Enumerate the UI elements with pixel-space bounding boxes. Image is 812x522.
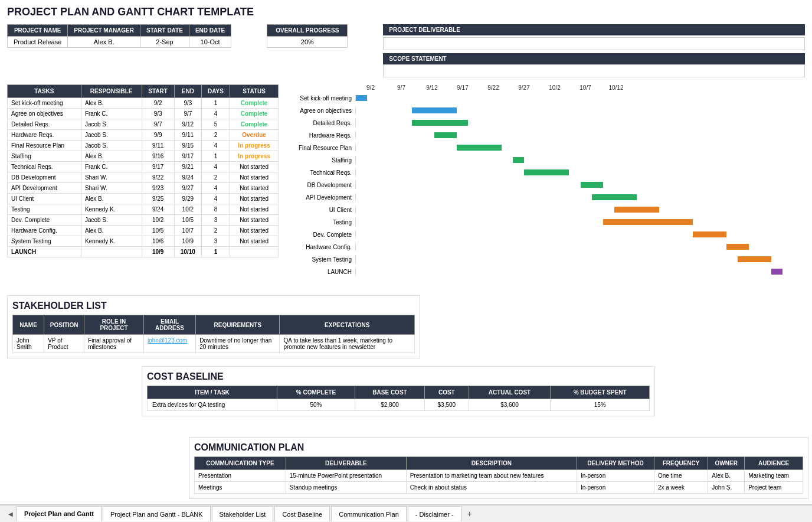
tab-item[interactable]: Project Plan and Gantt - BLANK (103, 506, 211, 521)
gantt-row: UI Client (284, 204, 805, 216)
task-cell: 5 (201, 119, 230, 130)
comm-cell: In-person (577, 470, 654, 482)
task-cell: 9/3 (142, 109, 174, 119)
stake-cell: Final approval of milestones (84, 335, 144, 353)
task-cell: Not started (230, 162, 279, 172)
gantt-row-label: UI Client (284, 207, 355, 213)
stakeholder-title: STAKEHOLDER LIST (12, 301, 415, 311)
gantt-row-label: Final Resource Plan (284, 145, 355, 151)
task-cell: 9/12 (174, 119, 201, 130)
gantt-bar (412, 107, 457, 113)
task-cell: Kennedy K. (81, 236, 142, 247)
task-cell: 4 (201, 109, 230, 119)
col-end-date: END DATE (189, 25, 231, 37)
deliverable-section: PROJECT DELIVERABLE SCOPE STATEMENT (383, 24, 805, 77)
task-cell: 10/6 (142, 236, 174, 247)
gantt-header: 9/29/79/129/179/229/2710/210/710/12 (284, 84, 805, 91)
task-cell: Overdue (230, 130, 279, 141)
tab-item[interactable]: Cost Baseline (274, 506, 330, 521)
project-name-val: Product Release (8, 37, 68, 48)
task-cell: 10/2 (142, 215, 174, 226)
task-cell: 2 (201, 172, 230, 183)
task-col-responsible: RESPONSIBLE (81, 85, 142, 98)
task-col-start: START (142, 85, 174, 98)
tab-item[interactable]: - Disclaimer - (408, 506, 461, 521)
task-cell: Alex B. (81, 98, 142, 109)
gantt-row-bars (355, 267, 805, 276)
task-cell: Not started (230, 183, 279, 194)
gantt-date-label: 9/17 (447, 84, 478, 91)
comm-table: COMMUNICATION TYPE DELIVERABLE DESCRIPTI… (194, 456, 803, 494)
task-cell: 8 (201, 204, 230, 215)
task-cell: Detailed Reqs. (8, 119, 81, 130)
table-row: John SmithVP of ProductFinal approval of… (13, 335, 415, 353)
gantt-date-label: 9/22 (478, 84, 509, 91)
gantt-bar (412, 120, 468, 126)
gantt-row: Technical Reqs. (284, 167, 805, 178)
gantt-row: Dev. Complete (284, 229, 805, 240)
cost-col-pct: % COMPLETE (277, 386, 355, 399)
task-cell: 9/3 (174, 98, 201, 109)
email-link[interactable]: john@123.com (148, 337, 187, 344)
gantt-bar (592, 194, 637, 200)
task-col-end: END (174, 85, 201, 98)
comm-section: COMMUNICATION PLAN COMMUNICATION TYPE DE… (189, 437, 808, 499)
body-section: TASKS RESPONSIBLE START END DAYS STATUS … (7, 84, 805, 278)
task-cell: 10/10 (174, 247, 201, 257)
task-cell (230, 247, 279, 257)
gantt-row-label: Dev. Complete (284, 231, 355, 238)
task-cell: 9/22 (142, 172, 174, 183)
tab-add-button[interactable]: + (463, 508, 477, 520)
table-row: Set kick-off meetingAlex B.9/29/31Comple… (8, 98, 279, 109)
gantt-bar (524, 169, 569, 175)
project-info-area: PROJECT NAME PROJECT MANAGER START DATE … (7, 24, 231, 77)
cost-cell: $2,800 (355, 399, 424, 411)
stake-cell: Downtime of no longer than 20 minutes (196, 335, 280, 353)
task-cell: Jacob S. (81, 119, 142, 130)
table-row: Hardware Config.Alex B.10/510/72Not star… (8, 226, 279, 236)
tab-item[interactable]: Communication Plan (331, 506, 407, 521)
gantt-section: 9/29/79/129/179/229/2710/210/710/12 Set … (284, 84, 805, 278)
task-cell: 3 (201, 215, 230, 226)
table-row: TestingKennedy K.9/2410/28Not started (8, 204, 279, 215)
gantt-row: Final Resource Plan (284, 142, 805, 154)
gantt-date-label: 9/12 (417, 84, 447, 91)
task-cell: 9/9 (142, 130, 174, 141)
deliverable-label: PROJECT DELIVERABLE (383, 24, 805, 35)
task-cell: 2 (201, 226, 230, 236)
task-cell: Alex B. (81, 194, 142, 204)
tasks-section: TASKS RESPONSIBLE START END DAYS STATUS … (7, 84, 279, 278)
task-cell: Technical Reqs. (8, 162, 81, 172)
task-cell: 10/5 (142, 226, 174, 236)
gantt-date-label: 9/27 (509, 84, 539, 91)
task-cell: 9/17 (142, 162, 174, 172)
top-section: PROJECT NAME PROJECT MANAGER START DATE … (7, 24, 805, 77)
tab-scroll-left[interactable]: ◀ (6, 510, 15, 518)
tab-item[interactable]: Project Plan and Gantt (17, 506, 102, 521)
table-row: Presentation15-minute PowerPoint present… (195, 470, 803, 482)
stake-cell: john@123.com (143, 335, 195, 353)
col-project-manager: PROJECT MANAGER (68, 25, 140, 37)
task-cell: Set kick-off meeting (8, 98, 81, 109)
comm-cell: Check in about status (406, 482, 577, 494)
task-cell: 4 (201, 141, 230, 151)
stake-col-requirements: REQUIREMENTS (196, 315, 280, 335)
task-cell: 10/5 (174, 215, 201, 226)
gantt-bar (614, 207, 659, 213)
gantt-row-bars (355, 143, 805, 152)
task-cell: Not started (230, 204, 279, 215)
comm-cell: Project team (745, 482, 803, 494)
task-cell: Hardware Config. (8, 226, 81, 236)
gantt-row-label: DB Development (284, 182, 355, 188)
task-cell: 9/11 (142, 141, 174, 151)
task-cell: In progress (230, 151, 279, 162)
gantt-row: DB Development (284, 179, 805, 191)
page-title: PROJECT PLAN AND GANTT CHART TEMPLATE (7, 6, 805, 18)
task-cell: Alex B. (81, 226, 142, 236)
task-cell: Frank C. (81, 162, 142, 172)
tab-item[interactable]: Stakeholder List (212, 506, 274, 521)
task-cell: Hardware Reqs. (8, 130, 81, 141)
task-cell: 1 (201, 247, 230, 257)
task-cell: Shari W. (81, 183, 142, 194)
task-cell: 10/9 (142, 247, 174, 257)
